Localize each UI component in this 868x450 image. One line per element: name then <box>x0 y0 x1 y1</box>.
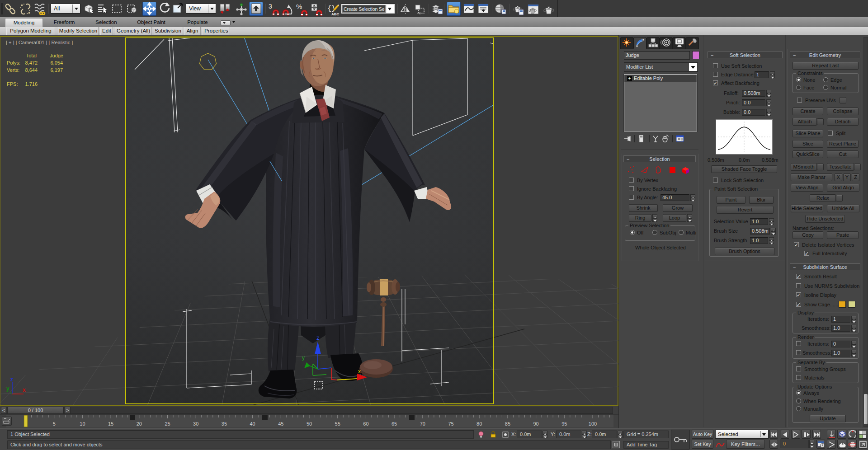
svg-text:35: 35 <box>222 421 227 427</box>
svg-text:y: y <box>302 355 305 361</box>
svg-text:z: z <box>316 335 319 341</box>
svg-text:30: 30 <box>193 421 198 427</box>
svg-text:85: 85 <box>505 421 510 427</box>
svg-text:Polys:: Polys: <box>7 60 20 66</box>
svg-text:100: 100 <box>589 421 597 427</box>
svg-text:65: 65 <box>392 421 397 427</box>
svg-text:15: 15 <box>108 421 113 427</box>
svg-text:95: 95 <box>561 421 567 427</box>
svg-text:50: 50 <box>307 421 312 427</box>
svg-text:y: y <box>6 385 9 392</box>
svg-text:%: % <box>296 3 302 10</box>
svg-text:8,472: 8,472 <box>25 60 38 66</box>
svg-text:10: 10 <box>80 421 85 427</box>
svg-text:6,197: 6,197 <box>50 67 63 73</box>
svg-text:x: x <box>358 368 361 375</box>
svg-text:75: 75 <box>448 421 453 427</box>
svg-text:45: 45 <box>278 421 283 427</box>
svg-text:x: x <box>23 387 26 393</box>
svg-text:60: 60 <box>363 421 368 427</box>
svg-text:[ + ] [ Camera001 ] [ Realisti: [ + ] [ Camera001 ] [ Realistic ] <box>6 40 73 45</box>
svg-text:5: 5 <box>53 421 56 427</box>
svg-text:55: 55 <box>335 421 340 427</box>
svg-text:FPS:: FPS: <box>7 81 18 87</box>
svg-text:Verts:: Verts: <box>7 67 19 73</box>
svg-text:6,054: 6,054 <box>50 60 63 66</box>
svg-text:Judge: Judge <box>50 53 63 58</box>
svg-text:ABC: ABC <box>331 12 340 16</box>
svg-text:z: z <box>10 376 13 383</box>
svg-text:3: 3 <box>269 3 272 10</box>
svg-text:40: 40 <box>250 421 255 427</box>
svg-text:90: 90 <box>533 421 538 427</box>
svg-text:1.716: 1.716 <box>25 81 38 87</box>
svg-text:Total: Total <box>26 53 37 58</box>
svg-text:70: 70 <box>420 421 425 427</box>
svg-text:80: 80 <box>476 421 482 427</box>
svg-text:20: 20 <box>137 421 142 427</box>
svg-text:8,644: 8,644 <box>25 67 38 73</box>
svg-text:25: 25 <box>165 421 170 427</box>
